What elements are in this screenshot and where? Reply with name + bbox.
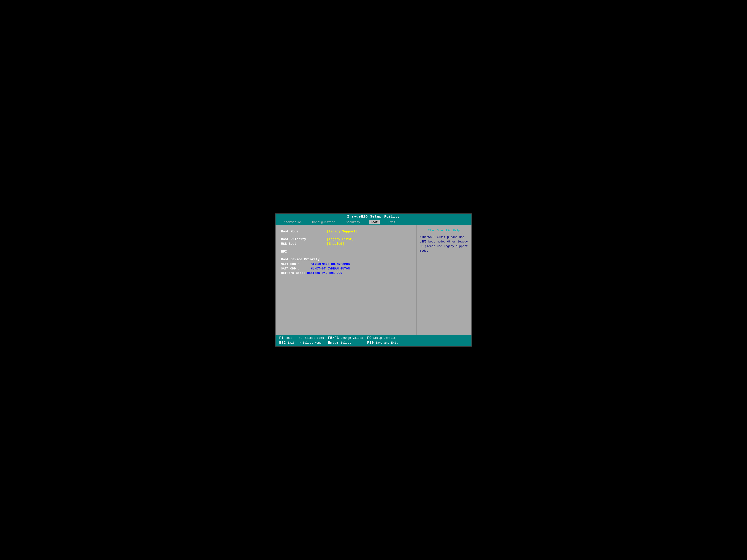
setting-usb-boot[interactable]: USB Boot [Enabled]: [281, 242, 411, 246]
network-boot-value: Realtek PXE B01 D00: [307, 271, 342, 275]
menu-boot[interactable]: Boot: [369, 220, 380, 224]
enter-desc: Select: [341, 341, 351, 345]
menu-security[interactable]: Security: [344, 220, 362, 224]
footer-f9: F9 Setup Default: [367, 336, 398, 340]
f1-desc: Help: [285, 337, 292, 340]
esc-key: ESC: [279, 341, 286, 345]
main-panel: Boot Mode [Legacy Support] Boot Priority…: [276, 225, 416, 335]
f5f6-key: F5/F6: [328, 336, 339, 340]
leftright-key: ↔: [299, 341, 301, 345]
boot-mode-value: [Legacy Support]: [327, 230, 358, 233]
side-panel: Item Specific Help Windows 8 64bit pleas…: [416, 225, 471, 335]
footer-col-4: F9 Setup Default F10 Save and Exit: [367, 336, 398, 345]
bios-title: InsydeH2O Setup Utility: [276, 214, 471, 220]
network-boot-row[interactable]: Network Boot: Realtek PXE B01 D00: [281, 271, 411, 275]
sata-odd-label: SATA ODD :: [281, 267, 311, 270]
sata-hdd-value: ST750LM022 HN-M750MBB: [311, 263, 350, 266]
footer-col-2: ↑↓ Select Item ↔ Select Menu: [299, 336, 324, 345]
sata-odd-row[interactable]: SATA ODD : HL-DT-ST DVDRAM GU70N: [281, 267, 411, 270]
menu-bar: Information Configuration Security Boot …: [276, 220, 471, 225]
updown-key: ↑↓: [299, 336, 303, 340]
help-panel-title: Item Specific Help: [420, 229, 468, 232]
usb-boot-label: USB Boot: [281, 242, 327, 246]
boot-mode-label: Boot Mode: [281, 230, 327, 233]
setting-boot-priority[interactable]: Boot Priority [Legacy First]: [281, 237, 411, 241]
f10-desc: Save and Exit: [376, 341, 398, 345]
footer-f5f6: F5/F6 Change Values: [328, 336, 363, 340]
f10-key: F10: [367, 341, 374, 345]
title-text: InsydeH2O Setup Utility: [347, 215, 400, 219]
boot-priority-value: [Legacy First]: [327, 237, 354, 241]
footer-updown: ↑↓ Select Item: [299, 336, 324, 340]
menu-configuration[interactable]: Configuration: [310, 220, 337, 224]
bios-screen: InsydeH2O Setup Utility Information Conf…: [275, 213, 472, 347]
boot-device-priority-title: Boot Device Priority: [281, 258, 411, 261]
boot-priority-label: Boot Priority: [281, 237, 327, 241]
sata-odd-value: HL-DT-ST DVDRAM GU70N: [311, 267, 350, 270]
bios-footer: F1 Help ESC Exit ↑↓ Select Item ↔ Select…: [276, 335, 471, 346]
footer-f10: F10 Save and Exit: [367, 341, 398, 345]
footer-col-1: F1 Help ESC Exit: [279, 336, 294, 345]
f5f6-desc: Change Values: [341, 337, 363, 340]
footer-f1: F1 Help: [279, 336, 294, 340]
footer-esc: ESC Exit: [279, 341, 294, 345]
bios-body: Boot Mode [Legacy Support] Boot Priority…: [276, 225, 471, 335]
enter-key: Enter: [328, 341, 339, 345]
efi-label: EFI: [281, 250, 411, 254]
footer-leftright: ↔ Select Menu: [299, 341, 324, 345]
esc-desc: Exit: [288, 341, 294, 345]
menu-information[interactable]: Information: [280, 220, 304, 224]
sata-hdd-row[interactable]: SATA HDD : ST750LM022 HN-M750MBB: [281, 263, 411, 266]
usb-boot-value: [Enabled]: [327, 242, 344, 246]
menu-exit[interactable]: Exit: [387, 220, 397, 224]
f1-key: F1: [279, 336, 284, 340]
footer-col-3: F5/F6 Change Values Enter Select: [328, 336, 363, 345]
f9-key: F9: [367, 336, 371, 340]
updown-desc: Select Item: [305, 337, 324, 340]
leftright-desc: Select Menu: [303, 341, 321, 345]
setting-boot-mode[interactable]: Boot Mode [Legacy Support]: [281, 230, 411, 233]
help-panel-text: Windows 8 64bit please use UEFI boot mod…: [420, 235, 468, 253]
footer-enter: Enter Select: [328, 341, 363, 345]
sata-hdd-label: SATA HDD :: [281, 263, 311, 266]
f9-desc: Setup Default: [373, 337, 396, 340]
network-boot-label: Network Boot:: [281, 271, 305, 275]
